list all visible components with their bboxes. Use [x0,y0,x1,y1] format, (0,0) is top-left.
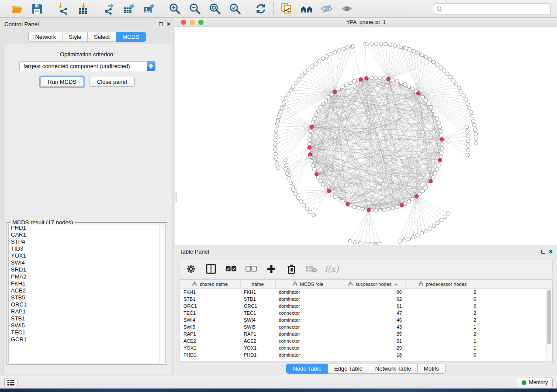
network-node[interactable] [311,164,315,167]
result-list-item[interactable]: STB5 [9,294,165,301]
result-list-item[interactable]: ORC1 [9,301,165,308]
network-node[interactable] [285,163,288,167]
mcds-node[interactable] [400,203,403,207]
mcds-node[interactable] [308,153,312,156]
network-node[interactable] [315,113,318,117]
network-node[interactable] [348,239,352,243]
tab-network[interactable]: Network [28,32,62,42]
table-cell[interactable]: dominator [275,330,341,337]
table-cell[interactable]: 2 [405,330,480,337]
network-node[interactable] [309,129,312,133]
table-row[interactable]: FKH1FKH1dominator962 [180,289,552,296]
table-cell[interactable]: 0 [405,303,480,309]
network-node[interactable] [324,99,328,102]
network-node[interactable] [275,124,279,127]
network-node[interactable] [285,172,289,175]
table-cell[interactable]: ACE2 [240,337,275,344]
zoom-in-icon[interactable] [168,2,181,15]
network-node[interactable] [310,65,314,68]
column-header-MCDS-role[interactable]: MCDS role [275,280,341,289]
table-cell[interactable]: 0 [405,351,480,358]
network-node[interactable] [440,142,444,146]
network-node[interactable] [437,121,440,124]
network-node[interactable] [276,120,280,123]
result-list-item[interactable]: PMA2 [9,273,165,280]
network-node[interactable] [276,166,280,170]
result-list-item[interactable]: ACE2 [9,287,165,294]
import-network-icon[interactable] [56,2,69,15]
network-node[interactable] [296,196,300,199]
network-node[interactable] [395,79,399,83]
table-cell[interactable]: 35 [341,330,405,337]
network-node[interactable] [273,148,277,151]
result-list-item[interactable]: TEC1 [9,329,165,336]
network-node[interactable] [395,205,399,209]
network-node[interactable] [436,221,439,225]
table-cell[interactable]: FKH1 [240,289,275,296]
network-node[interactable] [432,224,436,227]
add-column-icon[interactable] [266,263,277,275]
network-node[interactable] [439,129,443,133]
table-cell[interactable]: 1 [405,337,480,344]
table-row[interactable]: ACE2ACE2connector311 [180,337,552,344]
tab-motifs[interactable]: Motifs [417,364,446,374]
network-node[interactable] [474,137,478,140]
tab-style[interactable]: Style [62,32,88,42]
network-node[interactable] [318,179,322,182]
mcds-node[interactable] [417,91,420,95]
network-node[interactable] [273,138,277,142]
mcds-node[interactable] [308,146,311,149]
network-node[interactable] [411,87,414,90]
network-node[interactable] [370,42,373,45]
panel-divider-grip[interactable] [175,193,177,202]
table-row[interactable]: SWI5SWI5connector431 [180,323,552,330]
mcds-node[interactable] [367,208,370,212]
network-node[interactable] [443,215,446,219]
network-node[interactable] [446,212,450,215]
network-node[interactable] [378,76,382,79]
network-node[interactable] [398,240,401,243]
network-node[interactable] [345,83,348,86]
table-cell[interactable]: TEC1 [180,309,240,316]
network-node[interactable] [284,167,287,171]
network-node[interactable] [387,207,391,211]
network-node[interactable] [284,96,288,100]
table-row[interactable]: PHD1PHD1dominator180 [180,351,552,358]
select-all-icon[interactable] [225,263,237,275]
network-node[interactable] [403,202,407,205]
network-node[interactable] [349,81,352,84]
network-node[interactable] [411,197,414,201]
export-table-icon[interactable] [122,2,135,15]
result-list-item[interactable]: SWI5 [9,322,165,329]
result-list-scrollbar[interactable] [159,224,165,363]
network-node[interactable] [318,105,322,109]
tab-network-table[interactable]: Network Table [369,364,418,374]
table-cell[interactable]: 47 [341,309,405,316]
network-node[interactable] [412,235,415,239]
network-node[interactable] [466,130,469,133]
table-cell[interactable]: 0 [405,296,480,303]
mcds-node[interactable] [429,179,432,183]
network-node[interactable] [274,134,277,137]
zoom-selected-icon[interactable] [228,2,242,15]
network-node[interactable] [466,153,469,157]
delete-column-icon[interactable] [286,263,297,275]
result-list-item[interactable]: STP4 [9,238,165,245]
network-node[interactable] [474,132,477,136]
network-node[interactable] [440,134,443,137]
table-cell[interactable]: ORC1 [180,303,240,309]
network-node[interactable] [321,182,325,186]
network-node[interactable] [428,227,432,230]
deselect-all-icon[interactable] [246,263,257,275]
zoom-out-icon[interactable] [188,2,201,15]
export-image-icon[interactable] [142,2,156,15]
zoom-fit-icon[interactable] [208,2,221,15]
network-node[interactable] [431,175,435,179]
tab-mcds[interactable]: MCDS [116,32,145,42]
table-cell[interactable]: 2 [405,309,480,316]
table-row[interactable]: ORC1ORC1dominator610 [180,303,552,309]
network-node[interactable] [307,68,310,71]
mcds-node[interactable] [346,203,349,206]
show-column-icon[interactable] [205,263,217,275]
network-node[interactable] [474,141,478,145]
